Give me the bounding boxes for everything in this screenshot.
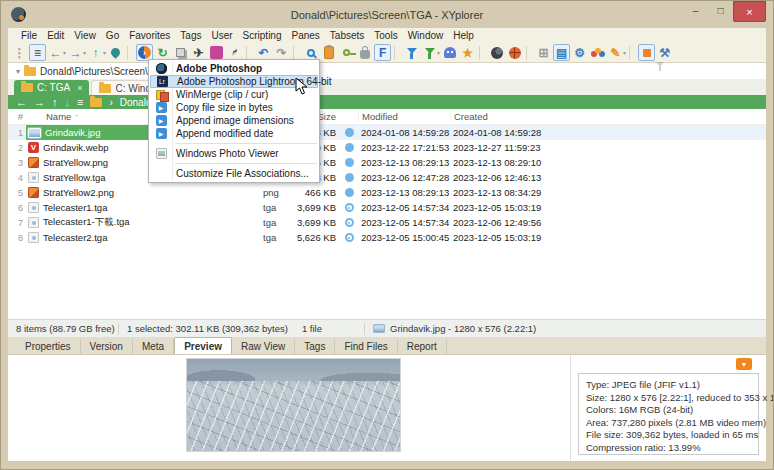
- file-row[interactable]: 5StratYellow2.pngpng466 KB2023-12-13 08:…: [8, 185, 766, 200]
- crumb-folder-icon[interactable]: [90, 98, 102, 107]
- label-circle-icon: [345, 158, 354, 167]
- bottom-tab-properties[interactable]: Properties: [16, 339, 81, 354]
- menu-item-windows[interactable]: Windows Photo Viewer: [150, 147, 318, 160]
- tree-pane[interactable]: ▾ Donald\Pictures\Screen\Tga: [8, 63, 766, 79]
- bottom-tab-preview[interactable]: Preview: [174, 337, 232, 354]
- file-name: Telecaster1-下載.tga: [43, 216, 130, 229]
- menu-toggle-icon[interactable]: ≡: [29, 44, 46, 61]
- paste-icon[interactable]: [320, 44, 337, 61]
- menu-item-adobe[interactable]: LrAdobe Photoshop Lightroom 64-bit: [150, 75, 318, 88]
- file-ext: png: [260, 187, 290, 198]
- title-bar[interactable]: Donald\Pictures\Screen\TGA - XYplorer – …: [8, 1, 766, 28]
- file-row[interactable]: 8Telecaster2.tgatga5,626 KB2023-12-05 15…: [8, 230, 766, 245]
- file-label-dot[interactable]: [340, 158, 358, 167]
- file-label-dot[interactable]: [340, 218, 358, 227]
- panes-grid-icon[interactable]: ⊞: [535, 44, 552, 61]
- bottom-tab-find-files[interactable]: Find Files: [335, 339, 397, 354]
- preview-image[interactable]: [186, 358, 401, 452]
- filter-blue-icon[interactable]: [403, 44, 420, 61]
- bag-icon[interactable]: [356, 44, 373, 61]
- menu-edit[interactable]: Edit: [42, 30, 69, 41]
- menu-tags[interactable]: Tags: [175, 30, 206, 41]
- menu-tools[interactable]: Tools: [369, 30, 402, 41]
- tree-node-path[interactable]: Donald\Pictures\Screen\Tga: [40, 66, 165, 77]
- menu-user[interactable]: User: [206, 30, 237, 41]
- pin-icon[interactable]: [107, 44, 124, 61]
- bottom-tab-report[interactable]: Report: [398, 339, 447, 354]
- file-label-dot[interactable]: [340, 188, 358, 197]
- bottom-tab-raw-view[interactable]: Raw View: [232, 339, 295, 354]
- bottom-tab-tags[interactable]: Tags: [295, 339, 335, 354]
- crumb-forward-icon[interactable]: →: [34, 97, 45, 108]
- menu-item-copy[interactable]: ▶Copy file size in bytes: [150, 101, 318, 114]
- brush-icon[interactable]: ✎: [607, 44, 624, 61]
- info-collapse-button[interactable]: ▼: [736, 358, 752, 370]
- file-label-dot[interactable]: [340, 143, 358, 152]
- tab-close-icon[interactable]: ×: [77, 83, 82, 93]
- file-row[interactable]: 7Telecaster1-下載.tgatga3,699 KB2023-12-05…: [8, 215, 766, 230]
- tools-icon[interactable]: ⚒: [656, 44, 673, 61]
- menu-item-customize[interactable]: Customize File Associations...: [150, 167, 318, 180]
- file-row[interactable]: 3StratYellow.pngpng456 KB2023-12-13 08:2…: [8, 155, 766, 170]
- back-icon[interactable]: ←: [47, 44, 64, 61]
- menu-view[interactable]: View: [69, 30, 101, 41]
- menu-panes[interactable]: Panes: [286, 30, 324, 41]
- menu-help[interactable]: Help: [448, 30, 479, 41]
- forward-icon[interactable]: →: [67, 44, 84, 61]
- menu-favorites[interactable]: Favorites: [124, 30, 175, 41]
- file-row[interactable]: 2VGrindavik.webpwebp159 KB2023-12-22 17:…: [8, 140, 766, 155]
- crumb-menu-icon[interactable]: ≡: [77, 97, 83, 108]
- grip-icon[interactable]: ⋮: [11, 44, 28, 61]
- font-icon[interactable]: F: [374, 44, 391, 61]
- menu-tabsets[interactable]: Tabsets: [325, 30, 369, 41]
- moon-icon[interactable]: [488, 44, 505, 61]
- file-list-empty-area[interactable]: [8, 245, 766, 319]
- menu-file[interactable]: File: [16, 30, 42, 41]
- file-label-dot[interactable]: [340, 128, 358, 137]
- file-row[interactable]: 1Grindavik.jpgjpg303 KB2024-01-08 14:59:…: [8, 125, 766, 140]
- file-label-dot[interactable]: [340, 233, 358, 242]
- breadcrumb-folder[interactable]: Donald: [120, 97, 152, 108]
- panes-list-icon[interactable]: ▤: [553, 44, 570, 61]
- menu-go[interactable]: Go: [101, 30, 124, 41]
- tree-filter-icon[interactable]: [656, 67, 664, 78]
- pane-splitter[interactable]: [570, 355, 571, 461]
- star-icon[interactable]: ★: [459, 44, 476, 61]
- crumb-up-icon[interactable]: ↑: [52, 97, 58, 108]
- info-panel-tabs: PropertiesVersionMetaPreviewRaw ViewTags…: [8, 337, 766, 354]
- up-icon[interactable]: ↑: [87, 44, 104, 61]
- basketball-icon[interactable]: [506, 44, 523, 61]
- ghost-icon[interactable]: [441, 44, 458, 61]
- tab-c-tga[interactable]: C: TGA×: [14, 80, 89, 95]
- filter-green-icon[interactable]: [421, 44, 438, 61]
- minimize-button[interactable]: –: [683, 1, 708, 20]
- crumb-back-icon[interactable]: ←: [16, 97, 27, 108]
- file-row[interactable]: 4StratYellow.tgatga468 KB2023-12-06 12:4…: [8, 170, 766, 185]
- file-name-cell[interactable]: Telecaster2.tga: [26, 230, 260, 245]
- menu-scripting[interactable]: Scripting: [238, 30, 287, 41]
- maximize-button[interactable]: □: [708, 1, 733, 20]
- column-header-modified[interactable]: Modified: [358, 111, 450, 122]
- mini-tree-icon[interactable]: [638, 44, 655, 61]
- file-label-dot[interactable]: [340, 203, 358, 212]
- tree-collapse-icon[interactable]: ▾: [16, 67, 20, 76]
- menu-item-adobe[interactable]: Adobe Photoshop: [150, 62, 318, 75]
- menu-item-append[interactable]: ▶Append modified date: [150, 127, 318, 140]
- menu-window[interactable]: Window: [403, 30, 449, 41]
- column-header-num[interactable]: #: [8, 111, 26, 122]
- gear-icon[interactable]: ⚙: [571, 44, 588, 61]
- file-row[interactable]: 6Telecaster1.tgatga3,699 KB2023-12-05 14…: [8, 200, 766, 215]
- colors-icon[interactable]: [589, 44, 606, 61]
- column-header-created[interactable]: Created: [450, 111, 546, 122]
- file-name-cell[interactable]: StratYellow2.png: [26, 185, 260, 200]
- crumb-down-icon[interactable]: ↓: [65, 97, 71, 108]
- close-button[interactable]: ×: [733, 1, 766, 22]
- menu-item-append[interactable]: ▶Append image dimensions: [150, 114, 318, 127]
- key-icon[interactable]: [338, 44, 355, 61]
- file-name-cell[interactable]: Telecaster1-下載.tga: [26, 215, 260, 230]
- menu-item-winmerge[interactable]: WinMerge (clip / cur): [150, 88, 318, 101]
- bottom-tab-meta[interactable]: Meta: [133, 339, 174, 354]
- bottom-tab-version[interactable]: Version: [81, 339, 133, 354]
- file-label-dot[interactable]: [340, 173, 358, 182]
- file-name-cell[interactable]: Telecaster1.tga: [26, 200, 260, 215]
